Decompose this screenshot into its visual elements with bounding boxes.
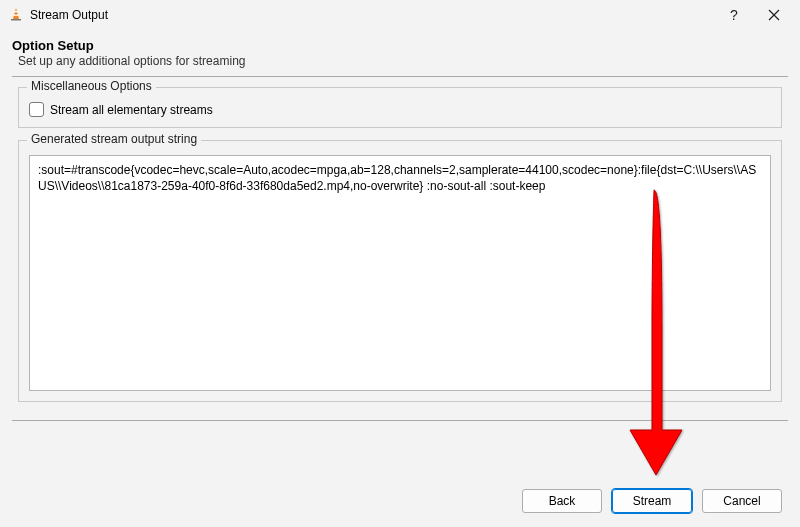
generated-output-textarea[interactable]: :sout=#transcode{vcodec=hevc,scale=Auto,… [29, 155, 771, 391]
group-label-generated: Generated stream output string [27, 132, 201, 146]
checkbox-icon [29, 102, 44, 117]
checkbox-stream-all[interactable]: Stream all elementary streams [29, 102, 771, 117]
group-label-misc: Miscellaneous Options [27, 79, 156, 93]
stream-button[interactable]: Stream [612, 489, 692, 513]
group-generated-string: Generated stream output string :sout=#tr… [18, 140, 782, 402]
cancel-button[interactable]: Cancel [702, 489, 782, 513]
footer-divider [12, 420, 788, 421]
svg-marker-0 [13, 8, 19, 19]
titlebar: Stream Output ? [0, 0, 800, 30]
help-button[interactable]: ? [714, 0, 754, 30]
section-title: Option Setup [12, 38, 788, 53]
svg-rect-3 [11, 19, 21, 21]
divider [12, 76, 788, 77]
checkbox-label: Stream all elementary streams [50, 103, 213, 117]
close-icon [768, 9, 780, 21]
window-title: Stream Output [30, 8, 108, 22]
section-header: Option Setup Set up any additional optio… [0, 30, 800, 70]
group-miscellaneous: Miscellaneous Options Stream all element… [18, 87, 782, 128]
back-button[interactable]: Back [522, 489, 602, 513]
section-subtitle: Set up any additional options for stream… [12, 53, 788, 68]
close-button[interactable] [754, 0, 794, 30]
svg-rect-2 [13, 14, 18, 15]
svg-rect-1 [14, 11, 18, 12]
button-row: Back Stream Cancel [522, 489, 782, 513]
vlc-cone-icon [8, 6, 24, 25]
